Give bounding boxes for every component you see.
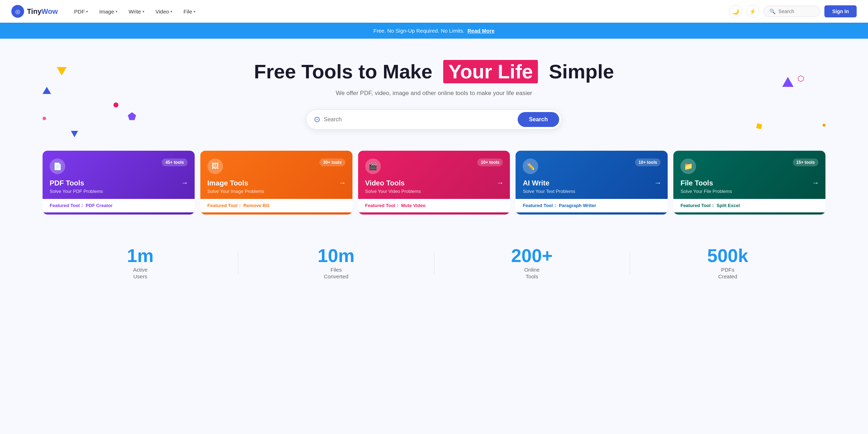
tool-cards: 📄 45+ tools PDF Tools Solve Your PDF Pro…	[0, 144, 868, 229]
hero-section: ⬡ ⬟ Free Tools to Make Your Life Simple …	[0, 39, 868, 144]
arrow-icon: →	[496, 178, 503, 187]
card-file-subtitle: Solve Your File Problems	[680, 189, 818, 194]
card-pdf[interactable]: 📄 45+ tools PDF Tools Solve Your PDF Pro…	[43, 151, 195, 215]
nav-item-write[interactable]: Write ▾	[124, 6, 149, 17]
card-video-footer: Featured Tool： Mute Video	[358, 199, 510, 212]
pdf-featured-tool-link[interactable]: PDF Creator	[86, 203, 113, 208]
card-pdf-title: PDF Tools	[50, 179, 188, 187]
card-write-footer: Featured Tool： Paragraph Writer	[516, 199, 668, 212]
promo-banner: Free. No Sign-Up Required. No Limits. Re…	[0, 23, 868, 39]
nav-item-image[interactable]: Image ▾	[94, 6, 122, 17]
sign-in-button[interactable]: Sign In	[824, 5, 857, 17]
card-write-subtitle: Solve Your Text Problems	[523, 189, 661, 194]
nav-right: 🌙 ⚡ 🔍 Sign In	[729, 5, 857, 18]
card-file[interactable]: 📁 15+ tools File Tools Solve Your File P…	[673, 151, 825, 215]
card-image-footer: Featured Tool： Remove BG	[200, 199, 352, 212]
stat-online-tools: 200+ OnlineTools	[434, 239, 630, 287]
nav-item-pdf[interactable]: PDF ▾	[69, 6, 93, 17]
hero-search-bar: ⊙ Search	[306, 110, 562, 129]
stats-section: 1m ActiveUsers 10m FilesConverted 200+ O…	[0, 229, 868, 301]
arrow-icon: →	[812, 178, 819, 187]
image-icon: 🖼	[207, 158, 223, 174]
nav-item-file[interactable]: File ▾	[179, 6, 200, 17]
dark-mode-button[interactable]: 🌙	[729, 5, 742, 18]
card-write-title: AI Write	[523, 179, 661, 187]
decoration-dot-pink	[43, 117, 46, 120]
pdf-badge: 45+ tools	[162, 158, 187, 166]
chevron-down-icon: ▾	[86, 10, 88, 13]
image-featured-tool-link[interactable]: Remove BG	[243, 203, 269, 208]
hero-search-input[interactable]	[324, 116, 518, 123]
logo-text: TinyWow	[27, 7, 58, 16]
decoration-square-yellow	[756, 123, 762, 129]
card-write[interactable]: ✏️ 10+ tools AI Write Solve Your Text Pr…	[516, 151, 668, 215]
chevron-down-icon: ▾	[143, 10, 144, 13]
card-write-header: ✏️ 10+ tools	[523, 158, 661, 174]
file-icon: 📁	[680, 158, 696, 174]
arrow-icon: →	[339, 178, 346, 187]
chevron-down-icon: ▾	[171, 10, 172, 13]
stat-files-converted: 10m FilesConverted	[238, 239, 434, 287]
card-image-title: Image Tools	[207, 179, 345, 187]
arrow-icon: →	[654, 178, 661, 187]
navbar: ◎ TinyWow PDF ▾ Image ▾ Write ▾ Video ▾ …	[0, 0, 868, 23]
logo[interactable]: ◎ TinyWow	[11, 5, 58, 18]
nav-item-video[interactable]: Video ▾	[151, 6, 177, 17]
hero-subtext: We offer PDF, video, image and other onl…	[11, 90, 857, 97]
write-icon: ✏️	[523, 158, 538, 174]
file-badge: 15+ tools	[793, 158, 818, 166]
read-more-link[interactable]: Read More	[467, 28, 495, 34]
card-image-header: 🖼 30+ tools	[207, 158, 345, 174]
stat-active-users: 1m ActiveUsers	[43, 239, 238, 287]
card-video[interactable]: 🎬 10+ tools Video Tools Solve Your Video…	[358, 151, 510, 215]
write-featured-tool-link[interactable]: Paragraph Writer	[559, 203, 596, 208]
hero-search-button[interactable]: Search	[518, 112, 559, 127]
chevron-down-icon: ▾	[194, 10, 195, 13]
video-featured-tool-link[interactable]: Mute Video	[401, 203, 425, 208]
decoration-dot-orange	[823, 124, 825, 127]
search-icon: 🔍	[769, 9, 775, 14]
logo-icon: ◎	[11, 5, 24, 18]
pdf-icon: 📄	[50, 158, 65, 174]
card-video-subtitle: Solve Your Video Problems	[365, 189, 503, 194]
card-video-header: 🎬 10+ tools	[365, 158, 503, 174]
card-pdf-header: 📄 45+ tools	[50, 158, 188, 174]
nav-search-input[interactable]	[778, 9, 814, 14]
card-image[interactable]: 🖼 30+ tools Image Tools Solve Your Image…	[200, 151, 352, 215]
card-pdf-footer: Featured Tool： PDF Creator	[43, 199, 195, 212]
decoration-dot-pink2	[113, 102, 118, 107]
decoration-cube-purple: ⬟	[128, 111, 136, 122]
hero-heading: Free Tools to Make Your Life Simple	[11, 60, 857, 83]
card-file-header: 📁 15+ tools	[680, 158, 818, 174]
video-badge: 10+ tools	[477, 158, 503, 166]
share-button[interactable]: ⚡	[746, 5, 759, 18]
image-badge: 30+ tools	[319, 158, 345, 166]
card-file-title: File Tools	[680, 179, 818, 187]
stat-pdfs-created: 500k PDFsCreated	[630, 239, 825, 287]
hero-search-icon: ⊙	[314, 115, 320, 124]
arrow-icon: →	[181, 178, 188, 187]
card-image-subtitle: Solve Your Image Problems	[207, 189, 345, 194]
write-badge: 10+ tools	[635, 158, 661, 166]
card-video-title: Video Tools	[365, 179, 503, 187]
card-pdf-subtitle: Solve Your PDF Problems	[50, 189, 188, 194]
card-file-footer: Featured Tool： Split Excel	[673, 199, 825, 212]
file-featured-tool-link[interactable]: Split Excel	[717, 203, 740, 208]
decoration-triangle-blue	[71, 131, 78, 137]
chevron-down-icon: ▾	[116, 10, 117, 13]
nav-search-box[interactable]: 🔍	[763, 6, 820, 17]
video-icon: 🎬	[365, 158, 381, 174]
nav-menu: PDF ▾ Image ▾ Write ▾ Video ▾ File ▾	[69, 6, 729, 17]
